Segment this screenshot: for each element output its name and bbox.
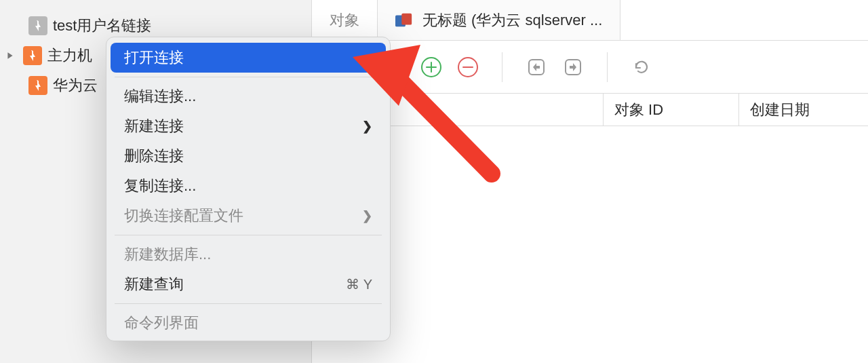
export-button[interactable] xyxy=(561,55,585,79)
delete-button[interactable] xyxy=(456,55,480,79)
sql-file-icon xyxy=(395,13,413,28)
connection-icon xyxy=(23,46,42,65)
tree-label: 主力机 xyxy=(47,45,92,66)
menu-edit-connection[interactable]: 编辑连接... xyxy=(111,81,386,111)
menu-separator xyxy=(115,303,382,304)
menu-delete-connection[interactable]: 删除连接 xyxy=(111,141,386,171)
keyboard-shortcut: ⌘ Y xyxy=(346,276,372,292)
tab-label: 无标题 (华为云 sqlserver ... xyxy=(422,10,602,31)
add-button[interactable] xyxy=(419,55,443,79)
connection-icon xyxy=(28,16,47,35)
main-pane: 对象 无标题 (华为云 sqlserver ... xyxy=(312,0,868,363)
menu-cli: 命令列界面 xyxy=(111,308,386,338)
disclosure-icon[interactable] xyxy=(3,52,18,60)
svg-rect-1 xyxy=(401,13,412,24)
tab-label: 对象 xyxy=(330,10,359,31)
menu-open-connection[interactable]: 打开连接 xyxy=(111,43,386,73)
column-header-created[interactable]: 创建日期 xyxy=(739,94,868,126)
connection-icon xyxy=(28,76,47,95)
menu-new-query[interactable]: 新建查询 ⌘ Y xyxy=(111,269,386,299)
refresh-button[interactable] xyxy=(629,55,654,79)
menu-duplicate-connection[interactable]: 复制连接... xyxy=(111,171,386,201)
tab-query[interactable]: 无标题 (华为云 sqlserver ... xyxy=(378,0,620,40)
tree-label: 华为云 xyxy=(53,75,98,96)
tab-bar: 对象 无标题 (华为云 sqlserver ... xyxy=(312,0,868,41)
toolbar-divider xyxy=(607,52,608,82)
chevron-right-icon: ❯ xyxy=(362,119,372,134)
menu-switch-profile: 切换连接配置文件 ❯ xyxy=(111,201,386,231)
chevron-right-icon: ❯ xyxy=(362,208,372,223)
toolbar-divider xyxy=(502,52,502,82)
column-header-id[interactable]: 对象 ID xyxy=(604,94,739,126)
menu-new-connection[interactable]: 新建连接 ❯ xyxy=(111,111,386,141)
import-button[interactable] xyxy=(524,55,549,79)
menu-separator xyxy=(115,235,382,235)
context-menu: 打开连接 编辑连接... 新建连接 ❯ 删除连接 复制连接... 切换连接配置文… xyxy=(106,37,391,341)
menu-new-database: 新建数据库... xyxy=(111,240,386,269)
table-header: 对象 ID 创建日期 xyxy=(312,94,868,126)
tab-objects[interactable]: 对象 xyxy=(312,0,378,40)
menu-separator xyxy=(115,77,382,77)
tree-label: test用户名链接 xyxy=(53,16,151,36)
toolbar xyxy=(312,41,868,94)
